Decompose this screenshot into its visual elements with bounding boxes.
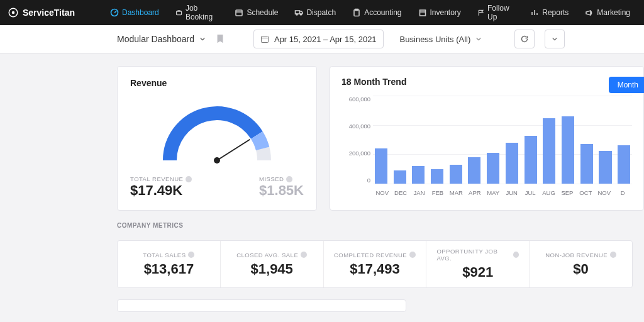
briefcase-icon xyxy=(175,8,182,17)
date-range-picker[interactable]: Apr 15, 2021 – Apr 15, 2021 xyxy=(253,30,384,48)
calendar-icon xyxy=(260,35,269,43)
bar-AUG[interactable] xyxy=(541,96,557,184)
nav-dashboard[interactable]: Dashboard xyxy=(104,0,165,25)
nav-reports[interactable]: Reports xyxy=(524,0,575,25)
svg-rect-4 xyxy=(236,10,242,16)
nav-dispatch[interactable]: Dispatch xyxy=(288,0,342,25)
placeholder-card xyxy=(117,299,406,312)
brand-logo[interactable]: ServiceTitan xyxy=(8,7,75,18)
refresh-icon xyxy=(520,35,529,43)
revenue-card: Revenue TOTAL REVENUE $17.49K MISSED $1 xyxy=(117,66,317,211)
nav-marketing[interactable]: Marketing xyxy=(579,0,636,25)
metric-value: $17,493 xyxy=(350,261,400,277)
metric-cell: COMPLETED REVENUE$17,493 xyxy=(324,241,427,287)
svg-point-8 xyxy=(301,14,302,15)
month-toggle-button[interactable]: Month xyxy=(609,77,644,93)
metric-label: NON-JOB REVENUE xyxy=(545,252,616,258)
megaphone-icon xyxy=(585,8,594,17)
box-icon xyxy=(418,8,427,17)
bar-D[interactable] xyxy=(616,96,632,184)
truck-icon xyxy=(294,8,303,17)
brand-text: ServiceTitan xyxy=(23,8,75,18)
svg-rect-6 xyxy=(296,11,300,14)
card-title: Revenue xyxy=(130,78,304,88)
flag-icon xyxy=(477,8,484,17)
bar-NOV[interactable] xyxy=(373,96,389,184)
svg-line-19 xyxy=(217,139,250,160)
total-revenue-value: $17.49K xyxy=(130,182,192,199)
nav-accounting[interactable]: Accounting xyxy=(346,0,408,25)
chevron-down-icon xyxy=(475,36,482,42)
metric-value: $13,617 xyxy=(144,261,194,277)
metric-label: TOTAL SALES xyxy=(143,252,194,258)
total-revenue-label: TOTAL REVENUE xyxy=(130,175,192,182)
top-nav: ServiceTitan DashboardJob BookingSchedul… xyxy=(0,0,644,25)
bookmark-icon[interactable] xyxy=(216,34,225,44)
revenue-gauge xyxy=(130,88,304,175)
metric-cell: TOTAL SALES$13,617 xyxy=(118,241,221,287)
chevron-down-icon xyxy=(199,36,206,42)
nav-follow-up[interactable]: Follow Up xyxy=(471,0,520,25)
metric-label: COMPLETED REVENUE xyxy=(334,252,416,258)
content-area: Revenue TOTAL REVENUE $17.49K MISSED $1 xyxy=(0,53,644,312)
trend-chart: 600,000400,000200,0000 NOVDECJANFEBMARAP… xyxy=(341,96,632,196)
bar-APR[interactable] xyxy=(467,96,483,184)
dashboard-selector[interactable]: Modular Dashboard xyxy=(117,34,206,44)
info-icon[interactable] xyxy=(301,252,307,258)
missed-label: MISSED xyxy=(259,175,304,182)
info-icon[interactable] xyxy=(610,252,616,258)
business-unit-filter[interactable]: Business Units (All) xyxy=(394,30,489,48)
info-icon[interactable] xyxy=(286,176,292,182)
metric-cell: NON-JOB REVENUE$0 xyxy=(530,241,632,287)
bar-MAY[interactable] xyxy=(485,96,501,184)
refresh-button[interactable] xyxy=(514,30,535,48)
metric-value: $921 xyxy=(462,264,493,280)
bar-OCT[interactable] xyxy=(579,96,595,184)
svg-point-1 xyxy=(12,11,15,14)
metric-label: CLOSED AVG. SALE xyxy=(236,252,307,258)
svg-rect-16 xyxy=(261,36,268,43)
nav-job-booking[interactable]: Job Booking xyxy=(169,0,225,25)
nav-schedule[interactable]: Schedule xyxy=(228,0,284,25)
trend-card: 18 Month Trend Month 600,000400,000200,0… xyxy=(330,66,644,211)
bar-MAR[interactable] xyxy=(448,96,464,184)
info-icon[interactable] xyxy=(188,252,194,258)
metric-cell: CLOSED AVG. SALE$1,945 xyxy=(221,241,324,287)
company-metrics-row: TOTAL SALES$13,617CLOSED AVG. SALE$1,945… xyxy=(117,240,633,288)
svg-rect-3 xyxy=(176,11,181,15)
calendar-icon xyxy=(235,8,243,17)
info-icon[interactable] xyxy=(186,176,192,182)
brand-icon xyxy=(8,7,19,18)
bar-NOV[interactable] xyxy=(597,96,614,184)
section-heading: COMPANY METRICS xyxy=(117,222,644,229)
metric-cell: OPPORTUNITY JOB AVG.$921 xyxy=(426,241,530,287)
clipboard-icon xyxy=(352,8,361,17)
missed-value: $1.85K xyxy=(259,182,304,199)
metric-label: OPPORTUNITY JOB AVG. xyxy=(436,248,519,262)
bar-DEC[interactable] xyxy=(392,96,408,184)
bar-JUN[interactable] xyxy=(504,96,520,184)
more-button[interactable] xyxy=(545,30,565,48)
chevron-down-icon xyxy=(552,36,558,42)
bar-SEP[interactable] xyxy=(560,96,576,184)
bar-JUL[interactable] xyxy=(523,96,539,184)
info-icon[interactable] xyxy=(513,252,519,258)
card-title: 18 Month Trend xyxy=(341,77,632,87)
gauge-icon xyxy=(110,8,119,17)
metric-value: $1,945 xyxy=(251,261,293,277)
barchart-icon xyxy=(530,8,539,17)
metric-value: $0 xyxy=(573,261,588,277)
svg-rect-11 xyxy=(419,10,425,16)
nav-inventory[interactable]: Inventory xyxy=(412,0,467,25)
svg-point-7 xyxy=(296,14,297,15)
sub-toolbar: Modular Dashboard Apr 15, 2021 – Apr 15,… xyxy=(0,25,644,53)
info-icon[interactable] xyxy=(409,252,416,258)
bar-JAN[interactable] xyxy=(410,96,426,184)
bar-FEB[interactable] xyxy=(429,96,445,184)
